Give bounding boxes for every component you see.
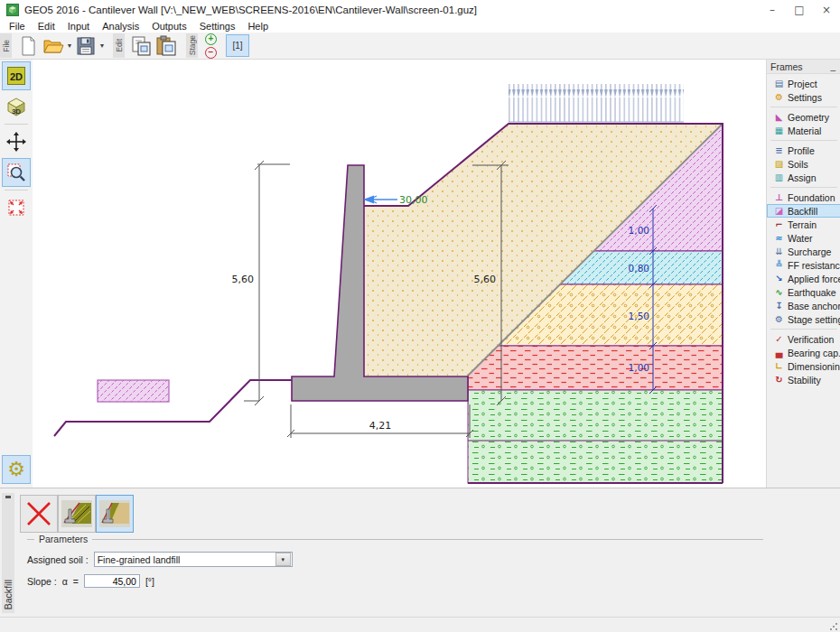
frames-divider (770, 107, 837, 107)
applied-forces-icon (773, 274, 785, 284)
backfill-frame-tab[interactable]: Backfill (2, 493, 14, 613)
sidebar-item-profile[interactable]: Profile (767, 144, 840, 157)
backfill-wedge-button[interactable] (96, 495, 134, 533)
save-disk-icon (77, 37, 95, 55)
soil-layer-5 (468, 390, 723, 483)
frames-divider (770, 329, 837, 330)
sidebar-item-ff-resistance[interactable]: FF resistance (767, 258, 840, 272)
backfill-icon (773, 206, 785, 217)
material-icon (773, 125, 785, 136)
view-2d-button[interactable]: 2D (2, 61, 31, 90)
open-file-button[interactable] (42, 34, 65, 58)
view-toolbar: 2D 3D (0, 60, 33, 488)
sidebar-item-verification[interactable]: Verification (767, 332, 840, 346)
main-toolbar: File ▼ ▼ Edit (0, 33, 840, 60)
menu-outputs[interactable]: Outputs (145, 21, 193, 32)
maximize-button[interactable]: □ (786, 0, 813, 19)
zoom-tool-button[interactable] (2, 158, 31, 187)
frames-divider (770, 187, 837, 188)
sidebar-item-backfill[interactable]: Backfill (767, 204, 840, 218)
assigned-soil-label: Assigned soil : (27, 554, 89, 565)
fit-view-button[interactable] (2, 193, 31, 222)
backfill-none-button[interactable] (20, 495, 58, 533)
sidebar-item-settings[interactable]: Settings (767, 90, 840, 104)
new-file-button[interactable] (16, 34, 40, 58)
sidebar-item-material[interactable]: Material (767, 124, 840, 137)
sidebar-item-stage-settings[interactable]: Stage settings (767, 312, 840, 326)
surcharge-icon (773, 246, 785, 257)
copy-picture-button[interactable] (129, 34, 153, 58)
copy-documents-icon (130, 35, 152, 57)
chevron-down-icon[interactable]: ▼ (275, 553, 291, 566)
soils-icon (773, 159, 785, 170)
sidebar-item-dimensioning[interactable]: Dimensioning (767, 359, 840, 373)
sidebar-item-surcharge[interactable]: Surcharge (767, 245, 840, 258)
sidebar-item-stability[interactable]: Stability (767, 373, 840, 386)
stage-1-button[interactable]: [1] (226, 34, 249, 57)
no-backfill-icon (23, 500, 54, 527)
dim-label-layer-4: 1,00 (629, 362, 649, 373)
pan-tool-button[interactable] (2, 127, 31, 156)
sidebar-item-water[interactable]: Water (767, 231, 840, 245)
backfill-tab-label: Backfill (3, 580, 14, 609)
menu-input[interactable]: Input (61, 21, 96, 32)
menu-help[interactable]: Help (241, 21, 275, 32)
toolbar-separator (5, 124, 28, 125)
close-button[interactable]: × (813, 0, 840, 19)
earthquake-icon (773, 287, 785, 298)
slope-input[interactable] (84, 574, 140, 588)
sidebar-item-project[interactable]: Project (767, 77, 840, 90)
paste-picture-button[interactable] (154, 34, 178, 58)
sidebar-item-bearing-cap[interactable]: Bearing cap. (767, 346, 840, 359)
sidebar-item-assign[interactable]: Assign (767, 171, 840, 184)
svg-text:3D: 3D (12, 107, 21, 116)
assign-icon (773, 172, 785, 183)
settings-icon (773, 92, 785, 103)
drawing-area[interactable]: 5,60 5,60 1,00 0,80 1,50 1,00 (33, 60, 766, 488)
dim-label-footing-width: 4,21 (369, 420, 392, 432)
sidebar-item-geometry[interactable]: Geometry (767, 110, 840, 124)
sidebar-item-earthquake[interactable]: Earthquake (767, 285, 840, 299)
assigned-soil-select[interactable]: Fine-grained landfill ▼ (94, 552, 293, 567)
sidebar-item-soils[interactable]: Soils (767, 157, 840, 171)
minimize-button[interactable]: – (759, 0, 786, 19)
geometry-icon (773, 112, 785, 123)
frames-minimize-button[interactable]: _ (828, 61, 837, 71)
sidebar-item-applied-forces[interactable]: Applied forces (767, 272, 840, 285)
frames-panel-header: Frames _ (767, 60, 840, 74)
assigned-soil-value: Fine-grained landfill (95, 554, 275, 565)
menu-settings[interactable]: Settings (193, 21, 242, 32)
frames-divider (770, 140, 837, 141)
zoom-magnifier-icon (6, 163, 26, 182)
resize-grip[interactable] (829, 622, 838, 631)
parameters-group: Parameters Assigned soil : Fine-grained … (27, 534, 763, 588)
foundation-icon (773, 192, 785, 203)
base-anchorage-icon (773, 301, 785, 311)
menu-file[interactable]: File (3, 21, 32, 32)
parameters-group-header: Parameters (27, 534, 763, 544)
stability-icon (773, 375, 785, 386)
view-3d-button[interactable]: 3D (2, 92, 31, 121)
save-dropdown-arrow[interactable]: ▼ (98, 34, 106, 58)
sidebar-item-terrain[interactable]: Terrain (767, 218, 840, 231)
open-dropdown-arrow[interactable]: ▼ (66, 34, 73, 58)
title-bar: GEO5 2016 - Cantilever Wall [V:\_NEW_WEB… (0, 0, 840, 19)
save-file-button[interactable] (74, 34, 98, 58)
backfill-full-button[interactable] (58, 495, 96, 533)
sidebar-item-foundation[interactable]: Foundation (767, 191, 840, 204)
slope-alpha-symbol: α (62, 576, 68, 587)
menu-analysis[interactable]: Analysis (96, 21, 145, 32)
paste-clipboard-icon (155, 35, 177, 57)
backfill-full-icon (61, 500, 92, 527)
menu-edit[interactable]: Edit (32, 21, 61, 32)
dim-label-layer-3: 1,50 (629, 311, 649, 321)
drawing-settings-button[interactable]: ⚙ (2, 455, 31, 484)
profile-icon (773, 145, 785, 156)
2d-view-icon: 2D (6, 66, 26, 86)
sidebar-item-base-anchorage[interactable]: Base anchorage (767, 299, 840, 312)
bearing-cap-icon (773, 348, 785, 358)
add-stage-button[interactable]: + (205, 33, 217, 45)
status-bar (0, 617, 840, 632)
remove-stage-button[interactable]: − (205, 47, 217, 59)
dim-label-layer-2: 0,80 (629, 263, 649, 274)
